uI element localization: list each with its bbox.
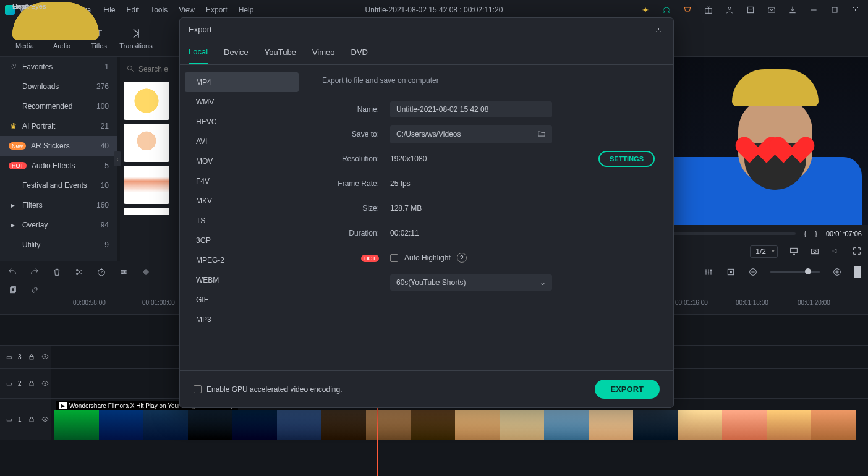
tab-transitions[interactable]: Transitions bbox=[117, 20, 155, 56]
auto-highlight-checkbox[interactable] bbox=[390, 254, 398, 262]
search-row[interactable]: Search e bbox=[124, 61, 175, 78]
title-actions: ✦ bbox=[640, 5, 868, 15]
export-path-input[interactable]: C:/Users/ws/Videos bbox=[390, 125, 552, 143]
minimize-icon[interactable] bbox=[809, 5, 819, 15]
sidebar-item-favorites[interactable]: ♡Favorites1 bbox=[0, 57, 117, 77]
marker-in-icon[interactable]: { bbox=[804, 230, 807, 237]
lock-icon[interactable] bbox=[28, 380, 35, 388]
svg-rect-3 bbox=[768, 7, 775, 12]
download-icon[interactable] bbox=[788, 5, 798, 15]
copy-icon[interactable] bbox=[7, 285, 17, 295]
maximize-icon[interactable] bbox=[830, 5, 840, 15]
export-tab-dvd[interactable]: DVD bbox=[351, 40, 368, 64]
asset-heart-eyes[interactable]: Heart Eyes bbox=[124, 166, 175, 204]
sidebar-item-festival[interactable]: Festival and Events10 bbox=[0, 176, 117, 195]
export-name-input[interactable] bbox=[390, 101, 552, 117]
format-hevc[interactable]: HEVC bbox=[185, 112, 299, 132]
close-icon[interactable] bbox=[851, 5, 861, 15]
menu-edit[interactable]: Edit bbox=[127, 6, 140, 14]
eye-icon[interactable] bbox=[41, 415, 49, 424]
export-tab-vimeo[interactable]: Vimeo bbox=[312, 40, 335, 64]
svg-point-18 bbox=[45, 356, 46, 357]
split-icon[interactable] bbox=[74, 267, 84, 277]
asset-gentleman[interactable]: Gentleman bbox=[124, 124, 175, 162]
lock-icon[interactable] bbox=[28, 353, 35, 362]
display-icon[interactable] bbox=[789, 246, 799, 258]
format-ts[interactable]: TS bbox=[185, 211, 299, 231]
menu-help[interactable]: Help bbox=[239, 6, 254, 14]
adjust-icon[interactable] bbox=[119, 267, 129, 277]
sidebar-item-ar-stickers[interactable]: NewAR Stickers40 bbox=[0, 136, 117, 156]
menu-export[interactable]: Export bbox=[206, 6, 228, 14]
marker-out-icon[interactable]: } bbox=[815, 230, 817, 237]
tips-icon[interactable]: ✦ bbox=[640, 5, 650, 15]
cart-icon[interactable] bbox=[683, 5, 692, 15]
save-icon[interactable] bbox=[746, 5, 755, 15]
settings-button[interactable]: SETTINGS bbox=[598, 151, 655, 167]
format-mpeg2[interactable]: MPEG-2 bbox=[185, 250, 299, 270]
eye-icon[interactable] bbox=[41, 353, 49, 362]
format-webm[interactable]: WEBM bbox=[185, 270, 299, 290]
snapshot-icon[interactable] bbox=[810, 246, 820, 258]
eye-icon[interactable] bbox=[41, 380, 49, 388]
menu-file[interactable]: File bbox=[103, 6, 115, 14]
gpu-checkbox[interactable] bbox=[194, 385, 202, 393]
link-icon[interactable] bbox=[30, 285, 40, 295]
size-value: 128.7 MB bbox=[390, 204, 422, 213]
sidebar-item-downloads[interactable]: Downloads276 bbox=[0, 77, 117, 96]
format-3gp[interactable]: 3GP bbox=[185, 231, 299, 250]
audio-edit-icon[interactable] bbox=[141, 267, 151, 277]
format-wmv[interactable]: WMV bbox=[185, 92, 299, 112]
format-mp4[interactable]: MP4 bbox=[185, 72, 299, 92]
mixer-icon[interactable] bbox=[704, 267, 713, 277]
gpu-label: Enable GPU accelerated video encoding. bbox=[206, 385, 342, 394]
export-tab-local[interactable]: Local bbox=[189, 40, 208, 64]
track-head-2: ▭2 bbox=[0, 369, 51, 398]
sidebar-resize-handle[interactable] bbox=[117, 57, 120, 261]
clip-main[interactable] bbox=[54, 410, 868, 440]
sidebar-item-utility[interactable]: Utility9 bbox=[0, 235, 117, 255]
export-button[interactable]: EXPORT bbox=[595, 380, 660, 399]
format-mp3[interactable]: MP3 bbox=[185, 310, 299, 329]
menu-tools[interactable]: Tools bbox=[150, 6, 168, 14]
zoom-slider[interactable] bbox=[770, 271, 820, 273]
auto-highlight-label: Auto Highlight bbox=[404, 253, 451, 262]
help-icon[interactable]: ? bbox=[457, 253, 467, 263]
format-f4v[interactable]: F4V bbox=[185, 171, 299, 191]
lock-icon[interactable] bbox=[28, 415, 35, 424]
asset-emojis[interactable]: Emojis bbox=[124, 82, 175, 120]
sidebar-item-audio-effects[interactable]: HOTAudio Effects5 bbox=[0, 156, 117, 176]
message-icon[interactable] bbox=[767, 5, 777, 15]
menu-bar: File Edit Tools View Export Help bbox=[103, 6, 253, 14]
gift-icon[interactable] bbox=[704, 5, 713, 15]
format-mkv[interactable]: MKV bbox=[185, 191, 299, 211]
export-tab-device[interactable]: Device bbox=[224, 40, 249, 64]
zoom-in-icon[interactable] bbox=[832, 267, 842, 277]
shorts-select[interactable]: 60s(YouTube Shorts)⌄ bbox=[390, 274, 552, 291]
volume-icon[interactable] bbox=[831, 246, 841, 258]
account-icon[interactable] bbox=[725, 5, 734, 15]
folder-icon[interactable] bbox=[537, 129, 546, 140]
format-mov[interactable]: MOV bbox=[185, 151, 299, 171]
zoom-fit-icon[interactable] bbox=[854, 266, 861, 278]
format-avi[interactable]: AVI bbox=[185, 132, 299, 151]
render-icon[interactable] bbox=[726, 267, 736, 277]
undo-icon[interactable] bbox=[7, 267, 17, 277]
redo-icon[interactable] bbox=[30, 267, 40, 277]
playback-speed[interactable]: 1/2 bbox=[750, 245, 778, 258]
sidebar-item-recommended[interactable]: Recommended100 bbox=[0, 96, 117, 116]
delete-icon[interactable] bbox=[52, 267, 62, 277]
sidebar-item-overlay[interactable]: ▸Overlay94 bbox=[0, 215, 117, 235]
menu-view[interactable]: View bbox=[179, 6, 195, 14]
export-tab-youtube[interactable]: YouTube bbox=[265, 40, 296, 64]
fullscreen-icon[interactable] bbox=[852, 246, 862, 258]
format-gif[interactable]: GIF bbox=[185, 290, 299, 310]
export-close-icon[interactable] bbox=[652, 23, 665, 35]
sidebar-item-ai-portrait[interactable]: ♛AI Portrait21 bbox=[0, 116, 117, 136]
sidebar-item-filters[interactable]: ▸Filters160 bbox=[0, 195, 117, 215]
track-video-icon: ▭ bbox=[6, 416, 12, 423]
support-icon[interactable] bbox=[662, 5, 671, 15]
speed-icon[interactable] bbox=[96, 267, 106, 277]
asset-more[interactable] bbox=[124, 208, 175, 215]
zoom-out-icon[interactable] bbox=[748, 267, 758, 277]
